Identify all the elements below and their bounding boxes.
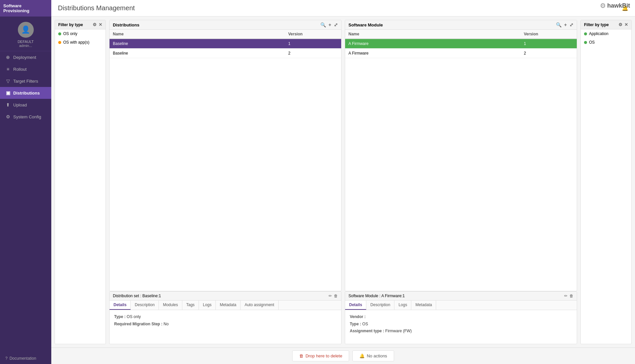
- documentation-icon: ?: [5, 356, 8, 361]
- sidebar: Software Provisioning 👤 DEFAULT admin...…: [0, 0, 51, 364]
- sidebar-item-system-config[interactable]: ⚙ System Config: [0, 111, 51, 123]
- sidebar-item-upload[interactable]: ⬆ Upload: [0, 99, 51, 111]
- os-with-apps-dot: [58, 41, 61, 44]
- sw-detail-delete-icon[interactable]: 🗑: [569, 294, 573, 298]
- sidebar-item-label: Rollout: [13, 67, 26, 72]
- dist-row-name: Baseline: [110, 49, 285, 58]
- dist-row-action: [325, 39, 341, 49]
- distributions-add-icon[interactable]: +: [329, 22, 331, 27]
- filter-right-settings-icon[interactable]: ⚙: [618, 22, 622, 27]
- sw-tab-metadata[interactable]: Metadata: [411, 301, 436, 310]
- page-title: Distributions Management: [58, 4, 135, 12]
- distributions-table-scroll: Name Version Baseline 1 Baseline 2: [110, 30, 341, 291]
- sidebar-item-label: Upload: [13, 102, 27, 107]
- filter-left-header: Filter by type ⚙ ✕: [55, 20, 106, 29]
- sidebar-item-target-filters[interactable]: ▽ Target Filters: [0, 75, 51, 87]
- dist-tab-metadata[interactable]: Metadata: [216, 301, 241, 310]
- sw-detail-field: Assignment type : Firmware (FW): [350, 328, 572, 335]
- filter-right-icons: ⚙ ✕: [618, 22, 628, 27]
- sw-row-action: [560, 49, 577, 58]
- filter-os[interactable]: OS: [581, 38, 631, 47]
- dist-detail-edit-icon[interactable]: ✏: [329, 294, 332, 298]
- filter-right-title: Filter by type: [584, 22, 609, 27]
- documentation-label: Documentation: [10, 356, 36, 361]
- sw-add-icon[interactable]: +: [564, 22, 567, 27]
- dist-tab-details[interactable]: Details: [110, 301, 131, 310]
- os-dot: [584, 41, 587, 44]
- filter-application[interactable]: Application: [581, 29, 631, 38]
- filter-left-panel: Filter by type ⚙ ✕ OS only OS with app(s…: [55, 20, 106, 344]
- dist-detail-field: Type : OS only: [114, 313, 337, 321]
- dist-tab-modules[interactable]: Modules: [159, 301, 182, 310]
- dist-row-name: Baseline: [110, 39, 285, 49]
- filter-close-icon[interactable]: ✕: [99, 22, 102, 27]
- sidebar-user: 👤 DEFAULT admin...: [0, 17, 51, 51]
- software-module-section: Software Module 🔍 + ⤢ Name V: [345, 20, 577, 344]
- documentation-link[interactable]: ? Documentation: [0, 353, 51, 364]
- distributions-search-icon[interactable]: 🔍: [320, 22, 326, 27]
- rollout-icon: ≡: [5, 66, 11, 72]
- sw-tab-description[interactable]: Description: [366, 301, 394, 310]
- sidebar-item-rollout[interactable]: ≡ Rollout: [0, 63, 51, 75]
- dist-tab-description[interactable]: Description: [131, 301, 159, 310]
- sidebar-item-distributions[interactable]: ▣ Distributions: [0, 87, 51, 99]
- sw-detail-header: Software Module : A Firmware:1 ✏ 🗑: [345, 292, 577, 301]
- sw-table-row[interactable]: A Firmware 2: [345, 49, 577, 58]
- sw-expand-icon[interactable]: ⤢: [569, 22, 573, 27]
- logo-text: hawkBit: [607, 2, 630, 9]
- sw-name-col-header: Name: [345, 30, 521, 39]
- drop-delete-button[interactable]: 🗑 Drop here to delete: [292, 350, 349, 361]
- drop-delete-label: Drop here to delete: [305, 353, 342, 358]
- filter-os-only[interactable]: OS only: [55, 29, 106, 38]
- deployment-icon: ⊕: [5, 55, 11, 60]
- logo-area: ⚙ hawkBit: [600, 2, 630, 10]
- no-actions-button[interactable]: 🔔 No actions: [352, 350, 394, 361]
- dist-detail-section: Distribution set : Baseline:1 ✏ 🗑 Detail…: [109, 291, 341, 344]
- filter-right-panel: Filter by type ⚙ ✕ Application OS: [580, 20, 632, 344]
- distributions-icon: ▣: [5, 90, 11, 96]
- sw-detail-title: Software Module : A Firmware:1: [348, 294, 405, 298]
- sw-row-name: A Firmware: [345, 39, 521, 49]
- dist-row-version: 1: [285, 39, 325, 49]
- distributions-title: Distributions: [113, 22, 139, 27]
- distributions-section: Distributions 🔍 + ⤢ Name Ver: [109, 20, 341, 344]
- dist-detail-header: Distribution set : Baseline:1 ✏ 🗑: [110, 292, 341, 301]
- user-role: admin...: [19, 44, 32, 48]
- dist-table-row[interactable]: Baseline 2: [110, 49, 341, 58]
- sw-table-scroll: Name Version A Firmware 1 A Firmware 2: [345, 30, 577, 291]
- content-area: Filter by type ⚙ ✕ OS only OS with app(s…: [51, 17, 635, 347]
- sw-tabs-bar: DetailsDescriptionLogsMetadata: [345, 301, 577, 310]
- os-label: OS: [589, 40, 595, 45]
- sw-header-icons: 🔍 + ⤢: [556, 22, 573, 27]
- dist-table-row[interactable]: Baseline 1: [110, 39, 341, 49]
- sw-version-col-header: Version: [521, 30, 560, 39]
- sw-tab-details[interactable]: Details: [345, 301, 366, 310]
- sw-detail-edit-icon[interactable]: ✏: [564, 294, 567, 298]
- action-bar: 🗑 Drop here to delete 🔔 No actions: [51, 347, 635, 364]
- application-dot: [584, 32, 587, 35]
- distributions-panel: Distributions 🔍 + ⤢ Name Ver: [109, 20, 341, 291]
- dist-detail-title: Distribution set : Baseline:1: [113, 294, 161, 298]
- sw-search-icon[interactable]: 🔍: [556, 22, 562, 27]
- distributions-expand-icon[interactable]: ⤢: [334, 22, 338, 27]
- sw-module-panel: Software Module 🔍 + ⤢ Name V: [345, 20, 577, 291]
- sw-table-row[interactable]: A Firmware 1: [345, 39, 577, 49]
- sidebar-item-label: System Config: [13, 114, 41, 119]
- dist-tab-tags[interactable]: Tags: [182, 301, 199, 310]
- sw-detail-body: Vendor : Type : OSAssignment type : Firm…: [345, 310, 577, 338]
- dist-action-col-header: [325, 30, 341, 39]
- os-only-dot: [58, 32, 61, 35]
- avatar: 👤: [18, 22, 34, 38]
- dist-tab-logs[interactable]: Logs: [199, 301, 216, 310]
- sidebar-item-deployment[interactable]: ⊕ Deployment: [0, 51, 51, 63]
- filter-settings-icon[interactable]: ⚙: [93, 22, 97, 27]
- dist-tab-auto-assignment[interactable]: Auto assignment: [241, 301, 278, 310]
- sw-row-version: 1: [521, 39, 560, 49]
- dist-detail-delete-icon[interactable]: 🗑: [334, 294, 338, 298]
- trash-icon: 🗑: [299, 353, 303, 358]
- filter-right-close-icon[interactable]: ✕: [624, 22, 628, 27]
- dist-detail-icons: ✏ 🗑: [329, 294, 338, 298]
- filter-os-with-apps[interactable]: OS with app(s): [55, 38, 106, 47]
- sw-tab-logs[interactable]: Logs: [394, 301, 411, 310]
- distributions-table: Name Version Baseline 1 Baseline 2: [110, 30, 341, 58]
